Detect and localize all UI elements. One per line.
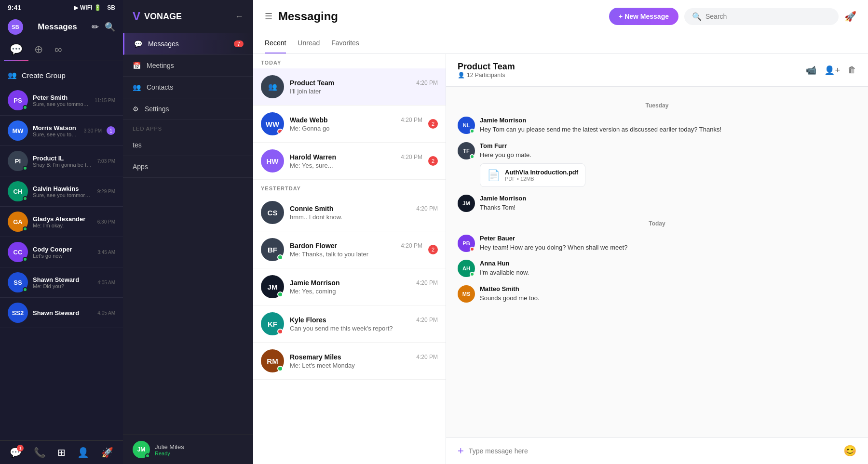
message-text: Sounds good me too. (480, 293, 856, 303)
conv-info: Jamie Morrison 4:20 PM Me: Yes, coming (290, 279, 438, 295)
conversation-item[interactable]: HW Harold Warren 4:20 PM Me: Yes, sure..… (253, 143, 446, 180)
mobile-contact-info: Morris Watson Sure, see you tommorow. (33, 124, 79, 137)
tab-favorites[interactable]: Favorites (331, 33, 359, 53)
vonage-nav-sub2[interactable]: Apps (123, 156, 253, 178)
conv-name: Bardon Flower (290, 242, 337, 250)
mobile-contact-item[interactable]: PS Peter Smith Sure, see you tommorow. 1… (0, 85, 123, 116)
conv-msg: Can you send me this week's report? (290, 325, 438, 332)
message-input[interactable] (469, 447, 839, 455)
mobile-contact-info: Peter Smith Sure, see you tommorow. (33, 94, 90, 107)
mobile-contact-name: Peter Smith (33, 94, 90, 101)
mobile-contact-item[interactable]: SS2 Shawn Steward 4:05 AM (0, 298, 123, 328)
mobile-tab-calls[interactable]: ∞ (49, 39, 68, 61)
mobile-contact-item[interactable]: SS Shawn Steward Me: Did you? 4:05 AM (0, 267, 123, 298)
conversation-item[interactable]: CS Connie Smith 4:20 PM hmm.. I dont kno… (253, 194, 446, 231)
rocket-icon[interactable]: 🚀 (844, 11, 856, 22)
conv-time: 4:20 PM (401, 117, 422, 123)
conversation-item[interactable]: KF Kyle Flores 4:20 PM Can you send me t… (253, 305, 446, 343)
conv-time: 4:20 PM (416, 279, 438, 286)
mobile-header-actions: ✏ 🔍 (92, 22, 115, 32)
delete-icon[interactable]: 🗑 (848, 65, 856, 76)
mobile-contact-msg: Me: Did you? (33, 283, 93, 289)
chat-title: Product Team (458, 62, 515, 72)
bottom-contacts-btn[interactable]: 👤 (77, 447, 89, 458)
search-input[interactable] (705, 13, 831, 20)
online-dot (23, 105, 27, 110)
vonage-back-btn[interactable]: ← (235, 12, 244, 22)
edit-icon[interactable]: ✏ (92, 22, 99, 32)
message-content: Jamie Morrison Hey Tom can yu please sen… (480, 117, 856, 134)
create-group-button[interactable]: 👥 Create Group (0, 65, 123, 85)
today-label: TODAY (253, 54, 446, 68)
mobile-tab-layers[interactable]: ⊕ (28, 39, 49, 61)
message-text: Here you go mate. (480, 150, 856, 160)
search-bar[interactable]: 🔍 (684, 8, 839, 25)
mobile-contact-msg: Shay B: I'm gonna be there 100% (33, 162, 93, 168)
conv-name-row: Jamie Morrison 4:20 PM (290, 279, 438, 287)
message-text: Hey team! How are you doing? When shall … (480, 243, 856, 252)
conversation-item[interactable]: RM Rosemary Miles 4:20 PM Me: Let's meet… (253, 343, 446, 380)
vonage-nav-settings[interactable]: ⚙ Settings (123, 98, 253, 120)
conv-name: Connie Smith (290, 205, 333, 212)
bottom-calls-btn[interactable]: 📞 (34, 447, 46, 458)
mobile-contact-item[interactable]: GA Gladys Alexander Me: I'm okay. 6:30 P… (0, 207, 123, 237)
message-row: PB Peter Bauer Hey team! How are you doi… (458, 235, 856, 252)
vonage-nav-meetings[interactable]: 📅 Meetings (123, 55, 253, 77)
message-sender: Jamie Morrison (480, 117, 856, 124)
tab-recent[interactable]: Recent (265, 33, 286, 53)
new-message-button[interactable]: + New Message (609, 8, 678, 25)
vonage-nav-messages[interactable]: 💬 Messages 7 (123, 33, 253, 55)
mobile-signal-icons: ▶WiFi🔋 SB (74, 4, 115, 11)
vonage-logo: V VONAGE (133, 10, 182, 23)
message-row: AH Anna Hun I'm available now. (458, 260, 856, 278)
conversation-item[interactable]: JM Jamie Morrison 4:20 PM Me: Yes, comin… (253, 268, 446, 305)
messaging-header: ☰ Messaging + New Message 🔍 🚀 (253, 0, 868, 33)
bottom-apps-btn[interactable]: ⊞ (57, 447, 66, 458)
conversation-item[interactable]: 👥 Product Team 4:20 PM I'll join later (253, 68, 446, 106)
mobile-tab-messages[interactable]: 💬 (4, 39, 28, 61)
mobile-contact-avatar: SS (8, 272, 28, 292)
add-attachment-icon[interactable]: + (458, 445, 464, 457)
conv-info: Connie Smith 4:20 PM hmm.. I dont know. (290, 205, 438, 221)
group-icon: 👤 (458, 72, 465, 79)
conv-info: Product Team 4:20 PM I'll join later (290, 79, 438, 95)
mobile-contact-avatar: PS (8, 90, 28, 110)
bottom-messages-btn[interactable]: 💬1 (10, 447, 22, 458)
meetings-nav-icon: 📅 (133, 62, 141, 69)
add-participant-icon[interactable]: 👤+ (824, 65, 840, 76)
bottom-rocket-btn[interactable]: 🚀 (101, 447, 113, 458)
mobile-contact-time: 4:05 AM (97, 280, 115, 285)
mobile-contact-info: Shawn Steward (33, 309, 93, 317)
mobile-panel: 9:41 ▶WiFi🔋 SB SB Messages ✏ 🔍 💬 ⊕ ∞ 👥 C… (0, 0, 123, 464)
mobile-contact-item[interactable]: MW Morris Watson Sure, see you tommorow.… (0, 116, 123, 146)
video-call-icon[interactable]: 📹 (806, 65, 816, 76)
contacts-nav-icon: 👥 (133, 83, 141, 91)
conv-info: Harold Warren 4:20 PM Me: Yes, sure... (290, 153, 422, 169)
conv-time: 4:20 PM (416, 354, 438, 360)
mobile-contact-name: Shawn Steward (33, 309, 93, 317)
mobile-contact-name: Cody Cooper (33, 246, 93, 253)
online-dot (23, 287, 27, 292)
tab-unread[interactable]: Unread (298, 33, 320, 53)
vonage-user-info: Julie Miles Ready (155, 443, 184, 456)
vonage-nav-contacts[interactable]: 👥 Contacts (123, 77, 253, 98)
chat-input-area: + 😊 (446, 437, 868, 464)
pdf-icon: 📄 (487, 169, 500, 182)
conv-name: Rosemary Miles (290, 353, 341, 361)
conv-msg: Me: Yes, coming (290, 288, 438, 295)
mobile-contact-msg: Me: I'm okay. (33, 223, 93, 228)
mobile-contact-item[interactable]: PI Product IL Shay B: I'm gonna be there… (0, 146, 123, 176)
emoji-icon[interactable]: 😊 (843, 445, 856, 457)
conversation-item[interactable]: WW Wade Webb 4:20 PM Me: Gonna go 2 (253, 106, 446, 143)
vonage-nav-sub1[interactable]: tes (123, 134, 253, 156)
mobile-contact-item[interactable]: CC Cody Cooper Let's go now 3:45 AM (0, 237, 123, 267)
hamburger-icon[interactable]: ☰ (265, 11, 272, 22)
mobile-contact-item[interactable]: CH Calvin Hawkins Sure, see you tommorow… (0, 176, 123, 207)
search-icon[interactable]: 🔍 (105, 22, 115, 32)
mobile-time: 9:41 (8, 4, 21, 12)
mobile-contact-info: Gladys Alexander Me: I'm okay. (33, 215, 93, 228)
conversation-item[interactable]: BF Bardon Flower 4:20 PM Me: Thanks, tal… (253, 231, 446, 268)
conv-unread-badge: 2 (428, 119, 438, 129)
mobile-contact-info: Shawn Steward Me: Did you? (33, 276, 93, 289)
conv-name-row: Connie Smith 4:20 PM (290, 205, 438, 212)
